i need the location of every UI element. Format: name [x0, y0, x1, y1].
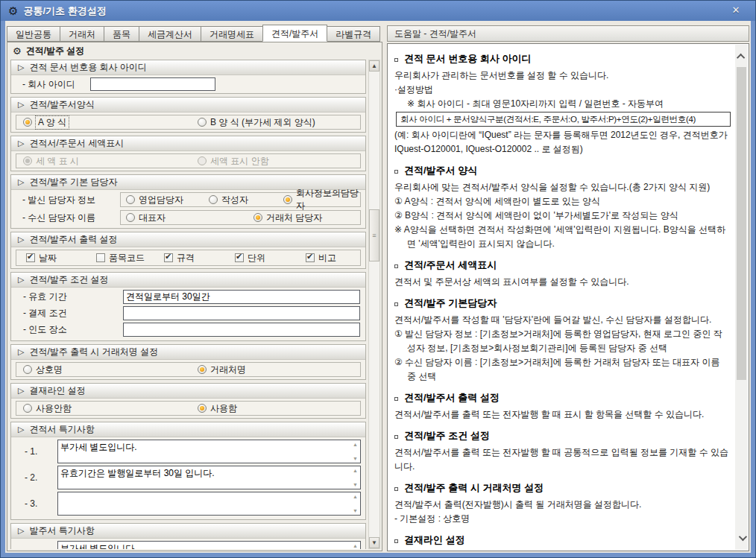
textarea-scrollbar[interactable]: ▲▼	[350, 440, 360, 463]
triangle-icon: ▷	[18, 63, 24, 72]
bullet-square-icon	[394, 302, 398, 306]
tab-general[interactable]: 일반공통	[7, 26, 60, 42]
help-text: ① A양식 : 견적서 양식에 세액란이 별도로 있는 양식	[394, 194, 731, 209]
checkbox-date[interactable]: 날짜	[26, 252, 96, 264]
company-id-input[interactable]	[90, 77, 215, 91]
section-title: 견적서/주문서 세액표시	[29, 137, 124, 150]
tab-quote-order[interactable]: 견적/발주서	[262, 25, 327, 42]
scroll-up-icon[interactable]: ▲	[353, 468, 358, 473]
settings-panel-title: ⚙ 견적/발주 설정	[7, 42, 382, 59]
scroll-up-icon[interactable]: ▲	[353, 494, 358, 499]
radio-icon	[23, 156, 32, 165]
scroll-down-icon[interactable]: ▼	[353, 482, 358, 487]
help-text: ※ A양식을 선택하면 견적서 작성화면에 '세액'입력란이 지원됩니다. B양…	[394, 223, 731, 251]
payment-terms-input[interactable]	[123, 306, 360, 320]
section-default-manager: ▷ 견적/발주 기본 담당자 - 발신 담당자 정보 영업담당자	[10, 174, 366, 229]
radio-form-b[interactable]: B 양 식 (부가세 제외 양식)	[198, 115, 315, 129]
radio-tax-hide: 세액 표시 안함	[198, 154, 269, 168]
help-section: 결재라인 설정 결재라인 설정을 사용함으로 선택 할 경우 견적/발주서 오른…	[394, 533, 731, 548]
radio-icon	[126, 195, 135, 204]
scrollbar-thumb[interactable]: ≡	[369, 209, 379, 261]
tab-label-spec[interactable]: 라벨규격	[327, 26, 380, 42]
triangle-icon: ▷	[18, 177, 24, 187]
radio-approval-off[interactable]: 사용안함	[23, 402, 72, 415]
scroll-up-icon[interactable]	[735, 48, 748, 66]
tab-transaction-statement[interactable]: 거래명세표	[201, 26, 263, 42]
order-note1-textarea[interactable]: 부가세 별도입니다	[58, 542, 350, 549]
gear-icon: ⚙	[13, 45, 22, 57]
quote-note1-textarea[interactable]: 부가세 별도입니다.	[58, 440, 350, 463]
gear-icon: ⚙	[8, 5, 18, 16]
tab-items[interactable]: 품목	[104, 26, 139, 42]
triangle-icon: ▷	[18, 275, 24, 285]
section-title: 견적/발주서양식	[29, 98, 94, 111]
dialog-body: 일반공통 거래처 품목 세금계산서 거래명세표 견적/발주서 라벨규격 ⚙ 견적…	[5, 21, 751, 553]
radio-form-a[interactable]: A 양 식	[23, 115, 69, 129]
triangle-icon: ▷	[18, 386, 24, 396]
help-section: 견적/발주 출력 시 거래처명 설정 견적/발주서 출력(전자발행)시 출력 될…	[394, 481, 731, 526]
radio-icon	[209, 195, 218, 204]
help-text: ·설정방법	[394, 83, 731, 97]
payment-terms-label: - 결제 조건	[11, 307, 123, 320]
scrollbar-thumb[interactable]	[737, 67, 746, 380]
help-panel: 도움말 - 견적/발주서 견적 문서 번호용 회사 아이디 우리회사가 관리하는…	[387, 25, 749, 551]
checkbox-unit[interactable]: 단위	[235, 252, 306, 264]
bullet-square-icon	[394, 170, 398, 174]
quote-note3-textarea[interactable]	[58, 492, 350, 515]
settings-scrollbar[interactable]: ▲ ≡ ▼	[368, 60, 380, 549]
scroll-up-icon[interactable]: ▲	[353, 543, 358, 548]
section-title: 발주서 특기사항	[29, 524, 94, 537]
help-text: 견적서/발주서를 출력 또는 전자발행 할 때 공통적으로 입력될 정보를 기재…	[394, 446, 731, 474]
radio-client-name[interactable]: 거래처명	[198, 363, 246, 376]
radio-writer[interactable]: 작성자	[209, 193, 248, 206]
settings-sections: ▷ 견적 문서 번호용 회사 아이디 - 회사 아이디 ▷ 견적/발주서양식	[10, 60, 366, 549]
textarea-scrollbar[interactable]: ▲▼	[350, 492, 360, 515]
quote-note2-textarea[interactable]: 유효기간은 발행일로부터 30일 입니다.	[58, 466, 350, 489]
help-scrollbar[interactable]	[735, 45, 748, 550]
radio-representative[interactable]: 대표자	[126, 211, 166, 224]
note1-label: - 1.	[11, 446, 57, 457]
section-title: 견적/발주 조건 설정	[29, 273, 108, 286]
section-title: 견적/발주 출력 시 거래처명 설정	[29, 346, 158, 358]
help-section: 견적/발주 기본담당자 견적서/발주서를 작성할 때 '담당자'란에 들어갈 발…	[394, 296, 731, 384]
radio-client-manager[interactable]: 거래처 담당자	[253, 211, 322, 224]
radio-sales-manager[interactable]: 영업담당자	[126, 193, 183, 206]
textarea-scrollbar[interactable]: ▲▼	[350, 542, 360, 549]
receiver-label: - 수신 담당자 이름	[11, 212, 120, 224]
scroll-down-icon[interactable]: ▼	[353, 508, 358, 513]
radio-icon	[283, 195, 292, 204]
close-icon[interactable]: ✕	[729, 4, 743, 17]
help-text: 견적서 및 주문서상 세액의 표시여부를 설정할 수 있습니다.	[394, 275, 731, 289]
checkbox-remarks[interactable]: 비고	[306, 252, 336, 264]
help-heading: 견적/발주 조건 설정	[394, 428, 731, 443]
radio-company-name[interactable]: 상호명	[23, 363, 63, 376]
help-text: 견적서/발주서를 출력 또는 전자발행 할 때 표시 할 항목을 선택할 수 있…	[394, 408, 731, 422]
scroll-down-icon[interactable]: ▼	[369, 537, 379, 548]
scroll-up-icon[interactable]: ▲	[369, 60, 379, 72]
help-heading: 견적/발주서 출력 설정	[394, 390, 731, 405]
help-heading: 견적 문서 번호용 회사 아이디	[394, 51, 731, 66]
settings-panel: ⚙ 견적/발주 설정 ▷ 견적 문서 번호용 회사 아이디 - 회사 아이디	[7, 42, 382, 551]
radio-company-info-manager[interactable]: 회사정보의담당자	[283, 193, 360, 206]
checkbox-item-code[interactable]: 품목코드	[96, 252, 164, 264]
validity-input[interactable]	[123, 290, 360, 304]
help-body: 견적 문서 번호용 회사 아이디 우리회사가 관리하는 문서번호를 설정 할 수…	[387, 43, 749, 551]
textarea-scrollbar[interactable]: ▲▼	[350, 466, 360, 489]
delivery-place-input[interactable]	[123, 323, 360, 337]
section-client-name: ▷ 견적/발주 출력 시 거래처명 설정 상호명 거래처명	[10, 344, 366, 380]
checkbox-spec[interactable]: 규격	[164, 252, 235, 264]
scroll-up-icon[interactable]: ▲	[353, 442, 358, 447]
help-heading: 견적/발주서 양식	[394, 163, 731, 177]
radio-approval-on[interactable]: 사용함	[198, 402, 237, 415]
sender-label: - 발신 담당자 정보	[11, 194, 120, 206]
section-conditions: ▷ 견적/발주 조건 설정 - 유효 기간 - 결제 조건 - 인도 장소	[10, 272, 366, 341]
section-title: 견적/발주 기본 담당자	[29, 176, 117, 188]
help-content: 견적 문서 번호용 회사 아이디 우리회사가 관리하는 문서번호를 설정 할 수…	[394, 48, 731, 548]
scroll-down-icon[interactable]	[735, 529, 748, 547]
scroll-down-icon[interactable]: ▼	[353, 456, 358, 461]
window-title: 공통/기초 환경설정	[23, 4, 106, 18]
triangle-icon: ▷	[18, 347, 24, 357]
tab-clients[interactable]: 거래처	[60, 26, 104, 42]
help-text: ※ 회사 아이디 - 최대 영문10자리까지 입력 / 일련번호 - 자동부여	[394, 97, 731, 111]
tab-tax-invoice[interactable]: 세금계산서	[139, 26, 201, 42]
